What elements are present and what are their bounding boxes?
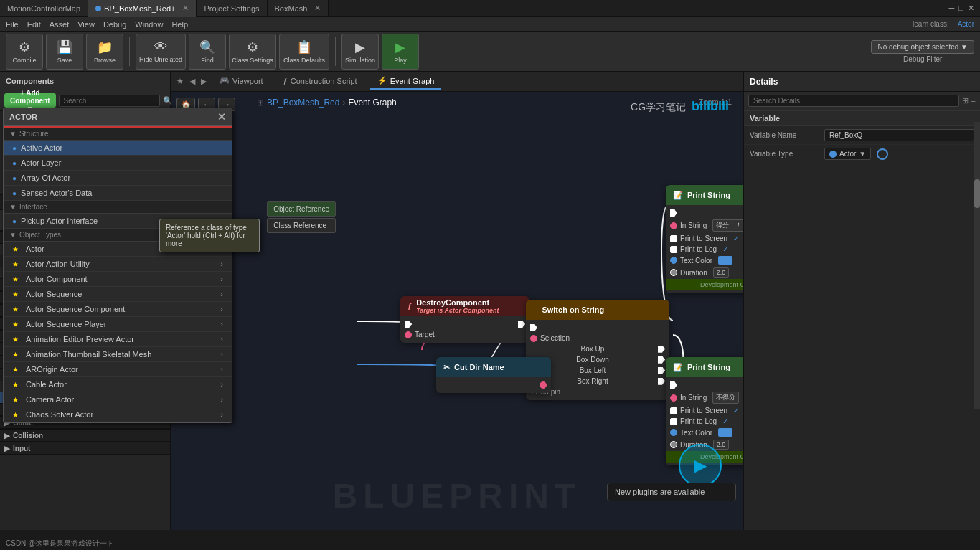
checkbox-2: ✓ — [722, 245, 728, 253]
menu-file[interactable]: File — [6, 20, 19, 29]
duration-value-2: 2.0 — [713, 440, 730, 450]
menu-edit[interactable]: Edit — [27, 20, 41, 29]
actor-seq-component-item[interactable]: ★ Actor Sequence Component › — [4, 302, 232, 317]
browse-button[interactable]: 📁 Browse — [86, 34, 123, 70]
debug-filter-button[interactable]: No debug object selected ▼ — [871, 40, 974, 54]
blueprint-canvas[interactable]: 🏠 ← → ⊞ BP_BoxMesh_Red › Event Graph Zoo… — [171, 92, 743, 530]
class-reference-tooltip: Reference a class of type 'Actor' hold (… — [159, 219, 260, 252]
class-reference-btn[interactable]: Class Reference — [267, 218, 336, 233]
actor-sequence-item[interactable]: ★ Actor Sequence › — [4, 287, 232, 302]
active-actor-item[interactable]: ● Active Actor — [4, 141, 232, 156]
tab-motioncontroller[interactable]: MotionControllerMap — [0, 0, 88, 17]
menu-window[interactable]: Window — [135, 20, 163, 29]
window-close-btn[interactable]: ✕ — [968, 4, 974, 13]
pin-text-color-2: Text Color — [666, 427, 743, 438]
target-label: Target — [415, 331, 435, 338]
actor-seq-player-item[interactable]: ★ Actor Sequence Player › — [4, 317, 232, 332]
exec-in-pin — [530, 324, 537, 331]
actor-component-label: Actor Component — [26, 275, 88, 283]
actor-color-dot: ● — [12, 144, 17, 152]
object-types-label: Object Types — [19, 231, 61, 239]
seqcomp-star: ★ — [12, 305, 19, 313]
destroy-icon: ƒ — [407, 302, 412, 310]
actor-dropdown-scrollbar[interactable] — [974, 122, 980, 409]
pin-text-color: Text Color — [666, 255, 743, 266]
class-settings-button[interactable]: ⚙ Class Settings — [229, 34, 276, 70]
details-search-area: ⊞ ≡ — [744, 92, 980, 110]
pin-print-to-log-2: Print to Log ✓ — [666, 416, 743, 427]
arorigin-item[interactable]: ★ AROrigin Actor › — [4, 362, 232, 377]
input-section[interactable]: ▶ Input — [0, 442, 170, 455]
object-reference-btn[interactable]: Object Reference — [267, 201, 336, 217]
type-color-dot — [829, 151, 837, 158]
collision-section[interactable]: ▶ Collision — [0, 429, 170, 442]
sensed-actors-item[interactable]: ● Sensed Actor's Data — [4, 186, 232, 201]
dropdown-close-btn[interactable]: ✕ — [217, 111, 226, 123]
tab-viewport[interactable]: 🎮 Viewport — [212, 74, 270, 90]
tab-label: MotionControllerMap — [7, 4, 80, 13]
string-pin-2 — [670, 394, 677, 402]
variable-name-input[interactable] — [824, 129, 974, 141]
compile-button[interactable]: ⚙ Compile — [6, 34, 43, 70]
thumb-arrow: › — [220, 350, 223, 359]
window-maximize-btn[interactable]: □ — [958, 4, 963, 12]
save-button[interactable]: 💾 Save — [46, 34, 83, 70]
print-log-label-2: Print to Log — [680, 417, 717, 425]
new-plugins-text: New plugins are available — [615, 488, 705, 496]
tab-event-graph[interactable]: ⚡ Event Graph — [370, 74, 442, 90]
scrollbar-thumb — [974, 179, 980, 208]
window-minimize-btn[interactable]: ─ — [949, 4, 955, 12]
type-dropdown-arrow: ▼ — [859, 150, 866, 158]
tab-boxmash[interactable]: BoxMash ✕ — [268, 0, 329, 17]
variable-type-row: Variable Type Actor ▼ — [744, 145, 980, 163]
anim-editor-preview-item[interactable]: ★ Animation Editor Preview Actor › — [4, 332, 232, 347]
chaos-star: ★ — [12, 411, 19, 419]
find-button[interactable]: 🔍 Find — [189, 34, 226, 70]
nav-forward-btn[interactable]: ▶ — [201, 77, 207, 86]
tab-construction-script[interactable]: ƒ Construction Script — [276, 74, 364, 90]
array-of-actor-item[interactable]: ● Array Of Actor — [4, 171, 232, 186]
interface-header: ▼ Interface — [4, 201, 232, 214]
type-array-btn[interactable] — [877, 148, 888, 160]
simulation-button[interactable]: ▶ Simulation — [341, 34, 379, 70]
class-defaults-button[interactable]: 📋 Class Defaults — [279, 34, 329, 70]
seqplay-arrow: › — [220, 320, 223, 328]
menu-debug[interactable]: Debug — [103, 20, 126, 29]
node-title-cut: Cut Dir Name — [454, 363, 504, 371]
hide-unrelated-button[interactable]: 👁 Hide Unrelated — [136, 34, 186, 70]
arrow-input: ▶ — [4, 445, 10, 452]
tab-close-icon[interactable]: ✕ — [182, 4, 189, 13]
tab-bp-boxmesh[interactable]: BP_BoxMesh_Red+ ✕ — [88, 0, 197, 17]
pin-duration: Duration 2.0 — [666, 266, 743, 279]
play-button[interactable]: ▶ Play — [382, 34, 419, 70]
add-component-button[interactable]: + Add Component ▼ — [4, 93, 56, 108]
anim-thumbnail-item[interactable]: ★ Animation Thumbnail Skeletal Mesh › — [4, 347, 232, 362]
menu-view[interactable]: View — [77, 20, 95, 29]
components-search-input[interactable] — [59, 95, 160, 107]
menu-help[interactable]: Help — [171, 20, 188, 29]
camera-actor-item[interactable]: ★ Camera Actor › — [4, 392, 232, 407]
actor-action-item[interactable]: ★ Actor Action Utility › — [4, 257, 232, 272]
tab-project-settings[interactable]: Project Settings — [197, 0, 267, 17]
cable-actor-item[interactable]: ★ Cable Actor › — [4, 377, 232, 392]
node-destroy-component: ƒ DestroyComponent Target is Actor Compo… — [400, 296, 529, 343]
tab-label: BP_BoxMesh_Red+ — [104, 4, 175, 13]
node-title-2: Print String — [687, 363, 730, 371]
pin-exec-in — [666, 208, 743, 218]
action-star: ★ — [12, 260, 19, 268]
menu-asset[interactable]: Asset — [50, 20, 70, 29]
exec-in-pin — [670, 209, 677, 217]
simulation-label: Simulation — [345, 57, 375, 64]
tab-close-icon[interactable]: ✕ — [314, 4, 321, 13]
variable-type-selector[interactable]: Actor ▼ — [824, 148, 871, 160]
box-down-label: Box Down — [576, 356, 609, 364]
actor-objtype-label: Actor — [26, 245, 44, 253]
actor-layer-item[interactable]: ● Actor Layer — [4, 156, 232, 171]
nav-back-btn[interactable]: ◀ — [189, 77, 195, 86]
sensed-dot: ● — [12, 189, 17, 197]
breadcrumb-root[interactable]: BP_BoxMesh_Red — [267, 98, 339, 108]
actor-component-item[interactable]: ★ Actor Component › — [4, 272, 232, 287]
chaos-solver-item[interactable]: ★ Chaos Solver Actor › — [4, 407, 232, 422]
thumb-star: ★ — [12, 351, 19, 359]
details-search-input[interactable] — [748, 95, 959, 107]
